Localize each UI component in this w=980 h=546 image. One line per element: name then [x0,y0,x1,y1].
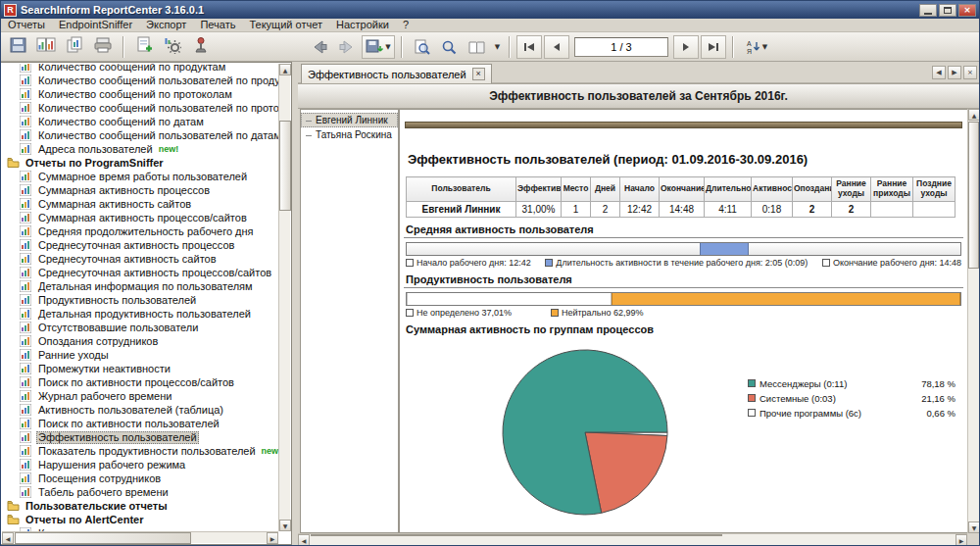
sidebar-item[interactable]: Количество сообщений по продуктам [2,64,278,74]
scrollbar-thumb[interactable] [311,534,722,536]
sidebar-item[interactable]: Суммарная активность процессов/сайтов [2,211,278,224]
sidebar-item[interactable]: Посещения сотрудников [2,472,278,485]
report-compare-button[interactable] [62,35,87,59]
sidebar-horizontal-scrollbar[interactable]: ◀ ▶ [2,531,278,543]
sidebar-item[interactable]: Показатель продуктивности пользователейn… [2,444,278,458]
user-item[interactable]: Татьяна Роскина [301,127,398,142]
scroll-left-icon[interactable]: ◀ [298,534,310,546]
sidebar-item[interactable]: Поиск по активности процессов/сайтов [2,375,278,389]
legend-label: Нейтрально 62,99% [562,308,644,318]
sidebar-item[interactable]: Количество сообщений по протоколам [2,87,278,101]
report-viewer: Эффективность пользователей × ◀ ▶ × Эффе… [298,62,979,545]
tab-effectiveness[interactable]: Эффективность пользователей × [301,64,492,83]
sidebar-item[interactable]: Среднесуточная активность сайтов [2,252,278,266]
sidebar-item[interactable]: Количество сообщений пользователей по пр… [2,74,278,87]
sidebar-item[interactable]: Отчеты по AlertCenter [2,513,278,526]
scrollbar-thumb[interactable] [15,532,191,544]
report-gallery-button[interactable] [33,35,59,59]
sort-dropdown-icon[interactable]: ▼ [762,43,767,51]
menu-item-4[interactable]: Текущий отчет [242,19,329,31]
sidebar-item[interactable]: Суммарная активность процессов [2,183,278,197]
report-settings-icon [164,36,181,58]
sidebar-item[interactable]: Активность пользователей (таблица) [2,403,278,417]
prev-page-button[interactable] [544,35,569,59]
report-chart-icon [20,280,33,292]
print-preview-button[interactable] [409,35,434,59]
new-report-button[interactable] [131,35,157,59]
scrollbar-thumb[interactable] [968,122,979,269]
sidebar-item[interactable]: Промежутки неактивности [2,362,278,375]
page-layout-button[interactable] [464,35,489,59]
sidebar-item[interactable]: Адреса пользователейnew! [2,142,278,156]
menu-item-6[interactable]: ? [396,19,416,31]
export-button[interactable]: ▼ [362,35,395,59]
last-page-button[interactable] [701,35,726,59]
next-page-button[interactable] [673,35,699,59]
maximize-button[interactable] [939,4,956,17]
scroll-down-icon[interactable]: ▼ [968,521,980,533]
scroll-right-icon[interactable]: ▶ [956,534,967,546]
menu-item-2[interactable]: Экспорт [139,19,193,31]
report-vertical-scrollbar[interactable]: ▲ ▼ [967,109,979,533]
save-report-button[interactable] [5,35,30,59]
sidebar-item[interactable]: Поиск по активности пользователей [2,417,278,430]
menu-item-3[interactable]: Печать [193,19,242,31]
minimize-button[interactable] [919,4,937,17]
report-chart-icon [20,198,33,210]
sidebar-item[interactable]: Нарушения рабочего режима [2,458,278,472]
sidebar-item[interactable]: Табель рабочего времени [2,485,278,499]
sidebar-item-label: Средняя продолжительность рабочего дня [36,225,256,238]
report-manager-button[interactable] [188,35,214,59]
menu-item-5[interactable]: Настройки [329,19,396,31]
sidebar-item[interactable]: Опоздания сотрудников [2,334,278,348]
zoom-dropdown[interactable]: ▼ [491,35,503,59]
sidebar-item[interactable]: Продуктивность пользователей [2,293,278,307]
back-button[interactable] [307,35,332,59]
sidebar-item[interactable]: Детальная продуктивность пользователей [2,307,278,321]
sidebar-item[interactable]: Количество сообщений по датам [2,115,278,128]
sidebar-item[interactable]: Среднесуточная активность процессов/сайт… [2,266,278,279]
forward-button[interactable] [334,35,360,59]
scroll-right-icon[interactable]: ▶ [267,532,278,544]
menu-item-1[interactable]: EndpointSniffer [52,19,139,31]
sidebar-item[interactable]: Средняя продолжительность рабочего дня [2,224,278,238]
tab-scroll-left-button[interactable]: ◀ [932,66,946,79]
menu-item-0[interactable]: Отчеты [1,19,52,31]
new-report-icon [135,36,153,58]
sidebar-item[interactable]: Детальная информация по пользователям [2,279,278,293]
sidebar-item[interactable]: Журнал рабочего времени [2,389,278,403]
sidebar-item[interactable]: Отсутствовавшие пользователи [2,321,278,334]
scroll-down-icon[interactable]: ▼ [279,520,291,531]
first-page-button[interactable] [516,35,542,59]
sidebar-item[interactable]: Суммарное время работы пользователей [2,170,278,183]
sidebar-item[interactable]: Пользовательские отчеты [2,499,278,513]
zoom-button[interactable] [436,35,462,59]
tab-close-icon[interactable]: × [472,68,485,80]
legend-swatch [406,259,414,267]
close-button[interactable]: × [958,4,976,17]
report-horizontal-scrollbar[interactable]: ◀ ▶ [298,533,967,545]
sidebar-item[interactable]: Среднесуточная активность процессов [2,238,278,252]
export-dropdown-icon[interactable]: ▼ [385,43,390,51]
sidebar-vertical-scrollbar[interactable]: ▲ ▼ [278,64,290,531]
tab-bar-close-button[interactable]: × [963,66,977,79]
report-settings-button[interactable] [160,35,185,59]
scroll-left-icon[interactable]: ◀ [2,532,14,544]
sidebar-item[interactable]: Количество сообщений пользователей по да… [2,128,278,142]
table-header: Ранние приходы [871,177,913,202]
sidebar-item[interactable]: Суммарная активность сайтов [2,197,278,211]
table-cell-user[interactable]: Евгений Линник [407,201,516,217]
user-item[interactable]: Евгений Линник [301,113,398,127]
scroll-up-icon[interactable]: ▲ [968,109,980,121]
sidebar-item[interactable]: Ранние уходы [2,348,278,362]
sidebar-item[interactable]: Количество сообщений пользователей по пр… [2,101,278,115]
scroll-up-icon[interactable]: ▲ [279,64,291,75]
scrollbar-thumb[interactable] [279,121,291,211]
sidebar-item[interactable]: Эффективность пользователей [2,430,278,444]
sort-button[interactable]: АЯ ▼ [740,35,773,59]
print-report-button[interactable] [90,35,116,59]
sidebar-item[interactable]: Отчеты по ProgramSniffer [2,156,278,170]
sidebar-item-label: Детальная информация по пользователям [36,280,255,293]
page-indicator[interactable]: 1 / 3 [574,37,668,57]
tab-scroll-right-button[interactable]: ▶ [948,66,961,79]
